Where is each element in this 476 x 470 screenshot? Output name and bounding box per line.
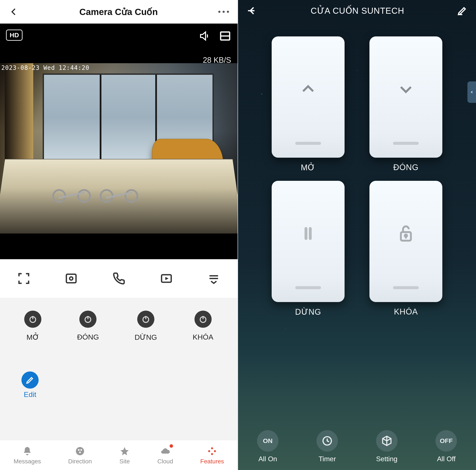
close-card-button[interactable] xyxy=(369,36,442,158)
feature-lock-button[interactable]: KHÓA xyxy=(193,311,213,341)
tab-cloud[interactable]: Cloud xyxy=(157,446,173,465)
camera-feed xyxy=(0,63,238,233)
lock-card-button[interactable] xyxy=(369,181,442,302)
star-icon xyxy=(119,446,130,457)
svg-point-3 xyxy=(70,277,73,280)
sound-icon[interactable] xyxy=(199,30,211,42)
svg-rect-2 xyxy=(67,274,76,283)
page-title: Camera Cửa Cuốn xyxy=(79,7,158,17)
video-player[interactable]: HD 28 KB/S 2023-08-23 Wed 12:44:20 xyxy=(0,24,238,259)
open-card-button[interactable] xyxy=(272,36,345,158)
chevron-up-icon xyxy=(300,36,317,142)
off-text-icon: OFF xyxy=(436,430,457,452)
cloud-icon xyxy=(160,446,171,457)
bottom-tabbar: Messages Direction Site Cloud Features xyxy=(0,440,238,470)
more-button[interactable] xyxy=(218,11,229,13)
svg-point-15 xyxy=(76,447,84,455)
pencil-icon xyxy=(21,372,39,389)
chevron-down-icon xyxy=(397,36,414,142)
all-on-button[interactable]: ON All On xyxy=(257,430,278,463)
unlock-icon xyxy=(397,181,414,286)
features-panel: MỞ ĐÓNG DỪNG KHÓA Edit xyxy=(0,298,238,440)
feature-close-button[interactable]: ĐÓNG xyxy=(77,311,99,341)
camera-app-screen: Camera Cửa Cuốn HD 28 KB/S 2023-08-23 We… xyxy=(0,0,238,470)
bitrate-label: 28 KB/S xyxy=(203,56,231,65)
right-header: CỬA CUỐN SUNTECH xyxy=(238,0,476,21)
remote-app-screen: CỬA CUỐN SUNTECH MỞ ĐÓNG DỪNG xyxy=(238,0,476,470)
svg-point-17 xyxy=(80,449,82,451)
bell-icon xyxy=(22,446,33,457)
feature-stop-button[interactable]: DỪNG xyxy=(135,311,157,341)
tab-direction[interactable]: Direction xyxy=(68,446,92,465)
edit-button[interactable]: Edit xyxy=(21,372,39,398)
bottom-toolbar: ON All On Timer Setting OFF All Off xyxy=(238,423,476,470)
svg-point-18 xyxy=(79,451,81,453)
video-toolbar xyxy=(0,259,238,298)
back-button[interactable] xyxy=(247,5,258,16)
pause-icon xyxy=(300,181,317,286)
fullscreen-icon[interactable] xyxy=(17,272,31,285)
power-icon xyxy=(79,311,97,328)
svg-point-16 xyxy=(78,449,80,451)
feature-open-button[interactable]: MỞ xyxy=(24,311,41,341)
tab-site[interactable]: Site xyxy=(119,446,130,465)
side-drawer-handle[interactable] xyxy=(467,81,476,103)
power-icon xyxy=(194,311,212,328)
record-icon[interactable] xyxy=(159,272,173,285)
on-text-icon: ON xyxy=(257,430,278,452)
back-button[interactable] xyxy=(9,7,19,17)
apps-icon xyxy=(206,446,218,457)
power-icon xyxy=(137,311,154,328)
snapshot-icon[interactable] xyxy=(64,272,78,285)
clock-icon xyxy=(317,430,338,452)
directions-icon xyxy=(74,446,85,457)
timer-button[interactable]: Timer xyxy=(317,430,338,463)
edit-button[interactable] xyxy=(457,6,467,16)
split-view-icon[interactable] xyxy=(219,30,231,42)
page-title: CỬA CUỐN SUNTECH xyxy=(311,6,404,16)
osd-timestamp: 2023-08-23 Wed 12:44:20 xyxy=(0,64,89,71)
call-icon[interactable] xyxy=(112,272,126,285)
setting-button[interactable]: Setting xyxy=(376,430,397,463)
tab-messages[interactable]: Messages xyxy=(14,446,41,465)
menu-icon[interactable] xyxy=(207,272,221,285)
all-off-button[interactable]: OFF All Off xyxy=(436,430,457,463)
control-grid: MỞ ĐÓNG DỪNG KHÓA xyxy=(238,21,476,332)
power-icon xyxy=(24,311,41,328)
stop-card-button[interactable] xyxy=(272,181,345,302)
tab-features[interactable]: Features xyxy=(200,446,224,465)
left-header: Camera Cửa Cuốn xyxy=(0,0,238,24)
hd-badge[interactable]: HD xyxy=(6,30,22,41)
cube-icon xyxy=(376,430,397,452)
